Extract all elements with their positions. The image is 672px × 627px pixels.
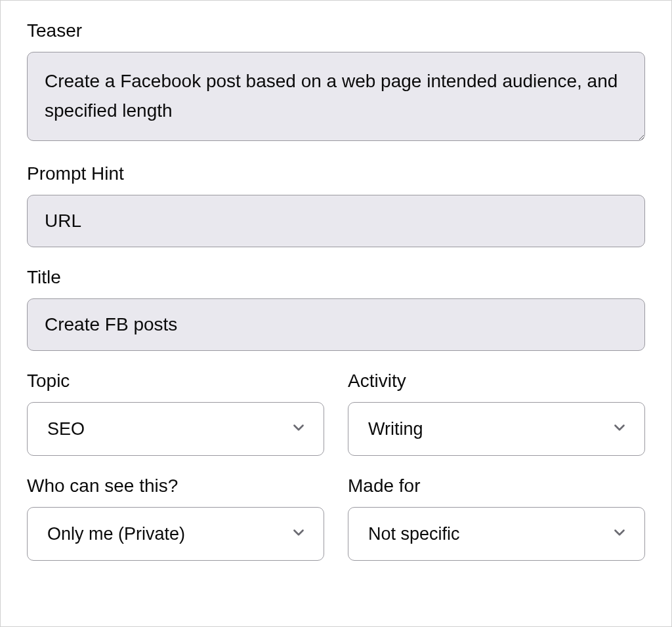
title-input[interactable]	[27, 298, 645, 351]
madefor-select-wrapper: Not specific	[348, 507, 645, 561]
prompt-hint-label: Prompt Hint	[27, 163, 645, 184]
activity-select-wrapper: Writing	[348, 402, 645, 456]
visibility-label: Who can see this?	[27, 475, 324, 496]
topic-select-wrapper: SEO	[27, 402, 324, 456]
activity-label: Activity	[348, 371, 645, 392]
prompt-hint-input[interactable]	[27, 195, 645, 247]
teaser-label: Teaser	[27, 20, 645, 41]
madefor-group: Made for Not specific	[348, 475, 645, 561]
visibility-madefor-row: Who can see this? Only me (Private) Made…	[27, 475, 645, 561]
activity-group: Activity Writing	[348, 371, 645, 456]
topic-select[interactable]: SEO	[27, 402, 324, 456]
topic-group: Topic SEO	[27, 371, 324, 456]
topic-label: Topic	[27, 371, 324, 392]
madefor-select[interactable]: Not specific	[348, 507, 645, 561]
title-label: Title	[27, 267, 645, 288]
teaser-input[interactable]: Create a Facebook post based on a web pa…	[27, 52, 645, 141]
visibility-group: Who can see this? Only me (Private)	[27, 475, 324, 561]
topic-activity-row: Topic SEO Activity Writing	[27, 371, 645, 456]
visibility-select[interactable]: Only me (Private)	[27, 507, 324, 561]
form-container: Teaser Create a Facebook post based on a…	[0, 0, 672, 627]
activity-select[interactable]: Writing	[348, 402, 645, 456]
title-group: Title	[27, 267, 645, 351]
prompt-hint-group: Prompt Hint	[27, 163, 645, 247]
teaser-group: Teaser Create a Facebook post based on a…	[27, 20, 645, 144]
madefor-label: Made for	[348, 475, 645, 496]
visibility-select-wrapper: Only me (Private)	[27, 507, 324, 561]
